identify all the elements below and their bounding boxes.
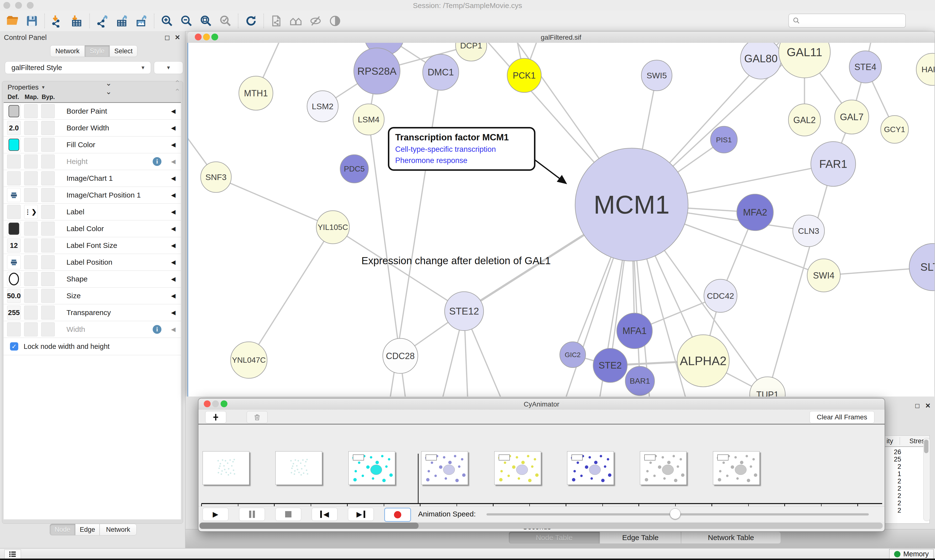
export-table-icon[interactable] (115, 14, 129, 28)
play-button[interactable]: ▶ (202, 508, 228, 521)
open-session-icon[interactable] (5, 14, 20, 28)
timeline-scrollbar[interactable] (199, 523, 883, 529)
mapping-cell[interactable] (24, 222, 38, 236)
property-row-shape[interactable]: Shape◀ (4, 271, 181, 288)
bypass-cell[interactable] (41, 121, 55, 135)
delete-frame-button[interactable] (247, 411, 268, 423)
default-value-cell[interactable] (7, 322, 21, 337)
default-value-cell[interactable] (7, 188, 21, 202)
property-row-label-position[interactable]: Label Position◀ (4, 254, 181, 271)
add-frame-button[interactable] (205, 411, 226, 423)
timeline-frame-0s[interactable] (202, 451, 249, 485)
default-value-cell[interactable]: 2.0 (7, 121, 21, 135)
tab-edge[interactable]: Edge (75, 524, 100, 535)
import-table-icon[interactable] (70, 14, 84, 28)
mapping-cell[interactable] (24, 188, 38, 202)
bypass-cell[interactable] (41, 171, 55, 185)
default-value-cell[interactable] (7, 104, 21, 118)
table-cell[interactable]: 26 (884, 448, 901, 456)
network-edge[interactable] (333, 227, 464, 311)
default-value-cell[interactable] (7, 205, 21, 219)
expand-row-icon[interactable]: ◀ (171, 175, 176, 182)
default-value-cell[interactable] (7, 222, 21, 236)
default-value-cell[interactable] (7, 171, 21, 185)
bypass-cell[interactable] (41, 154, 55, 169)
bypass-cell[interactable] (41, 272, 55, 286)
zoom-in-icon[interactable] (160, 14, 174, 28)
table-cell[interactable]: 2 (884, 463, 901, 471)
pause-button[interactable] (239, 508, 265, 521)
node-table-header[interactable]: ity Stres (884, 436, 929, 447)
default-value-cell[interactable] (7, 138, 21, 152)
mapping-cell[interactable] (24, 272, 38, 286)
timeline-frame-5s[interactable] (567, 451, 614, 485)
property-row-border-width[interactable]: 2.0Border Width◀ (4, 120, 181, 137)
table-cell[interactable]: 25 (884, 455, 901, 463)
property-row-transparency[interactable]: 255Transparency◀ (4, 304, 181, 321)
style-selector[interactable]: galFiltered Style ▼ (5, 61, 151, 74)
property-row-label-color[interactable]: Label Color◀ (4, 220, 181, 237)
skip-to-start-button[interactable]: ◀ (312, 508, 338, 521)
mapping-cell[interactable] (24, 289, 38, 303)
annotation-box[interactable]: Transcription factor MCM1 Cell-type-spec… (388, 127, 535, 171)
search-input[interactable] (803, 17, 905, 25)
table-cell[interactable]: 2 (884, 507, 901, 514)
bypass-cell[interactable] (41, 306, 55, 320)
search-field[interactable] (788, 14, 906, 28)
property-row-fill-color[interactable]: Fill Color◀ (4, 137, 181, 153)
birds-eye-view-icon[interactable] (289, 14, 303, 28)
tab-edge-table[interactable]: Edge Table (600, 532, 681, 544)
expand-row-icon[interactable]: ◀ (171, 275, 176, 282)
mapping-cell[interactable] (24, 255, 38, 269)
clear-all-frames-button[interactable]: Clear All Frames (810, 411, 874, 423)
cyanimator-titlebar[interactable]: CyAnimator (199, 398, 885, 410)
node-table[interactable]: ity Stres 26252122222 (884, 435, 930, 523)
export-image-icon[interactable] (134, 14, 148, 28)
network-edge[interactable] (249, 227, 333, 360)
annotation-link[interactable]: Pheromone response (395, 156, 532, 165)
memory-button[interactable]: Memory (889, 549, 933, 559)
scrollbar-thumb[interactable] (199, 523, 418, 529)
slider-thumb[interactable] (670, 508, 680, 519)
mapping-cell[interactable] (24, 104, 38, 118)
timeline-frame-4s[interactable] (494, 451, 541, 485)
properties-header[interactable]: Properties ▼ ⌄⌄ ⌃⌃ (2, 81, 183, 94)
info-icon[interactable]: i (153, 325, 161, 334)
expand-row-icon[interactable]: ◀ (171, 326, 176, 333)
zoom-fit-icon[interactable] (199, 14, 213, 28)
expand-row-icon[interactable]: ◀ (171, 125, 176, 131)
expand-row-icon[interactable]: ◀ (171, 142, 176, 148)
expand-row-icon[interactable]: ◀ (171, 108, 176, 115)
record-button[interactable] (384, 508, 411, 522)
bypass-cell[interactable] (41, 289, 55, 303)
timeline-frame-7s[interactable] (713, 451, 760, 485)
network-edge[interactable] (216, 177, 333, 227)
mapping-cell[interactable] (24, 138, 38, 152)
stop-button[interactable] (275, 508, 301, 521)
scrollbar-thumb[interactable] (924, 440, 929, 453)
expand-row-icon[interactable]: ◀ (171, 158, 176, 165)
bypass-cell[interactable] (41, 104, 55, 118)
table-scrollbar[interactable] (923, 438, 930, 521)
annotation-link[interactable]: Cell-type-specific transcription (395, 145, 532, 154)
default-value-cell[interactable]: 12 (7, 238, 21, 252)
import-network-icon[interactable] (50, 14, 65, 28)
mapping-cell[interactable] (24, 171, 38, 185)
timeline-frame-6s[interactable] (640, 451, 687, 485)
close-panel-icon[interactable]: ✕ (925, 402, 930, 410)
table-cell[interactable]: 1 (884, 470, 901, 478)
expand-row-icon[interactable]: ◀ (171, 309, 176, 316)
timeline-frame-3s[interactable] (421, 451, 468, 485)
lock-size-checkbox[interactable]: ✓ (10, 342, 18, 351)
zoom-out-icon[interactable] (179, 14, 194, 28)
property-row-image-chart-position-1[interactable]: Image/Chart Position 1◀ (4, 187, 181, 204)
hide-graphics-icon[interactable] (309, 14, 322, 28)
property-row-size[interactable]: 50.0Size◀ (4, 288, 181, 304)
skip-to-end-button[interactable]: ▶ (348, 508, 374, 521)
tab-network[interactable]: Network (50, 45, 85, 57)
table-cell[interactable]: 2 (884, 485, 901, 492)
tab-node-table[interactable]: Node Table (509, 532, 600, 544)
expand-row-icon[interactable]: ◀ (171, 192, 176, 198)
bypass-cell[interactable] (41, 188, 55, 202)
mapping-cell[interactable] (24, 121, 38, 135)
